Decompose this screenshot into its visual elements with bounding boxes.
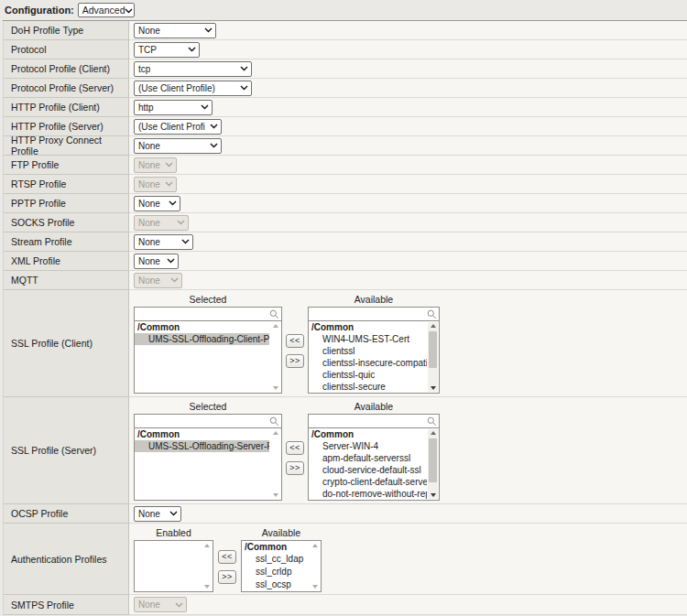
row-label: Stream Profile (3, 232, 129, 252)
scroll-up-icon[interactable] (431, 324, 436, 328)
list-item[interactable]: clientssl-secure (309, 381, 427, 393)
move-left-button[interactable]: << (218, 550, 236, 564)
stream-profile-select[interactable]: None (134, 234, 193, 250)
list-item[interactable]: clientssl (309, 345, 427, 357)
field-cell: tcp (129, 59, 687, 79)
row-label: Protocol Profile (Client) (3, 59, 129, 79)
list-item[interactable]: apm-default-serverssl (309, 452, 427, 464)
row-ftp-profile: FTP Profile None (3, 156, 687, 175)
mqtt-select: None (134, 273, 182, 288)
field-cell: None (129, 252, 687, 271)
row-protocol-profile-client: Protocol Profile (Client) tcp (3, 59, 687, 79)
protocol-select[interactable]: TCP (134, 42, 200, 58)
row-http-proxy-connect-profile: HTTP Proxy Connect Profile None (3, 136, 687, 156)
select-value: TCP (138, 45, 157, 55)
chevron-down-icon (125, 5, 133, 16)
http-profile-client-select[interactable]: http (134, 100, 213, 115)
list-item[interactable]: crypto-server-default-clientssl (309, 393, 427, 394)
list-item[interactable]: do-not-remove-without-replacement (309, 488, 427, 500)
list-item[interactable]: clientssl-insecure-compatible (309, 357, 427, 369)
list-item[interactable]: clientssl-quic (309, 369, 427, 381)
scroll-up-icon[interactable] (312, 544, 318, 547)
scrollbar[interactable] (270, 429, 280, 499)
available-header: Available (308, 401, 440, 414)
ssl-server-available-search-input[interactable] (309, 416, 427, 427)
profiles-settings-table: DoH Profile Type None Protocol TCP Proto… (3, 20, 687, 615)
list-item[interactable]: Server-WIN-4 (309, 440, 427, 452)
scrollbar[interactable] (428, 429, 438, 499)
ssl-client-selected-list: /Common UMS-SSL-Offloading-Client-Profil… (134, 320, 282, 394)
chevron-down-icon (165, 181, 173, 187)
chevron-down-icon (175, 602, 183, 608)
rtsp-profile-select: None (134, 177, 177, 192)
select-value: None (138, 141, 160, 151)
scrollbar-thumb[interactable] (429, 331, 437, 368)
scroll-up-icon[interactable] (204, 544, 210, 547)
row-label: Protocol Profile (Server) (3, 79, 129, 98)
list-item[interactable]: cloud-service-default-ssl (309, 464, 427, 476)
http-proxy-connect-profile-select[interactable]: None (134, 138, 222, 154)
scrollbar-thumb[interactable] (429, 438, 437, 482)
select-value: None (138, 199, 160, 209)
ssl-server-picker: Selected /Common UMS-SSL-Offloading-Serv… (134, 397, 440, 501)
list-item[interactable]: WIN4-UMS-EST-Cert (309, 333, 427, 345)
available-header: Available (241, 527, 322, 540)
move-left-button[interactable]: << (286, 334, 304, 348)
list-item[interactable]: ssl_crldp (242, 566, 309, 578)
protocol-profile-client-select[interactable]: tcp (134, 61, 252, 77)
http-profile-server-select[interactable]: (Use Client Profile) (134, 119, 222, 135)
list-item[interactable]: f5aas-default-ssl (309, 500, 427, 501)
scroll-up-icon[interactable] (273, 431, 278, 435)
list-item[interactable]: UMS-SSL-Offloading-Server-Profile (135, 440, 269, 452)
move-left-button[interactable]: << (286, 441, 304, 455)
ssl-client-selected-search-input[interactable] (135, 309, 269, 319)
move-right-button[interactable]: >> (286, 354, 304, 368)
select-value: None (138, 160, 160, 170)
scroll-down-icon[interactable] (273, 493, 278, 497)
field-cell: None (129, 504, 687, 524)
row-label: SSL Profile (Client) (3, 290, 129, 397)
scroll-down-icon[interactable] (312, 585, 318, 589)
selected-header: Selected (134, 401, 282, 414)
scroll-down-icon[interactable] (431, 386, 436, 390)
field-cell: None (129, 175, 687, 194)
scrollbar[interactable] (202, 542, 212, 590)
scrollbar[interactable] (428, 322, 438, 392)
doh-profile-type-select[interactable]: None (134, 23, 216, 38)
scrollbar[interactable] (270, 322, 280, 392)
search-icon (427, 309, 437, 319)
field-cell: Selected /Common UMS-SSL-Offloading-Clie… (129, 290, 687, 397)
row-label: FTP Profile (3, 156, 129, 175)
row-ocsp-profile: OCSP Profile None (3, 504, 687, 524)
select-value: tcp (138, 64, 150, 74)
ssl-client-available-search-input[interactable] (309, 309, 427, 319)
select-value: None (138, 26, 160, 36)
scrollbar[interactable] (310, 542, 320, 590)
scroll-down-icon[interactable] (204, 585, 210, 589)
list-item[interactable]: ssl_cc_ldap (242, 553, 309, 566)
move-right-button[interactable]: >> (286, 461, 304, 475)
scroll-down-icon[interactable] (273, 386, 278, 390)
chevron-down-icon (167, 258, 175, 264)
row-label: Authentication Profiles (3, 524, 129, 595)
scroll-down-icon[interactable] (431, 493, 436, 497)
configuration-select[interactable]: Advanced (78, 3, 135, 17)
ocsp-profile-select[interactable]: None (134, 506, 181, 522)
row-protocol-profile-server: Protocol Profile (Server) (Use Client Pr… (3, 79, 687, 98)
row-xml-profile: XML Profile None (3, 252, 687, 271)
scroll-up-icon[interactable] (431, 431, 436, 435)
list-item[interactable]: UMS-SSL-Offloading-Client-Profile (135, 333, 269, 345)
field-cell: TCP (129, 40, 687, 59)
scroll-up-icon[interactable] (273, 324, 278, 328)
list-item[interactable]: crypto-client-default-serverssl (309, 476, 427, 488)
list-item[interactable]: ssl_ocsp (242, 578, 309, 591)
chevron-down-icon (169, 511, 178, 516)
pptp-profile-select[interactable]: None (134, 196, 180, 211)
move-right-button[interactable]: >> (218, 570, 236, 584)
row-label: PPTP Profile (3, 194, 129, 213)
ssl-server-selected-search-input[interactable] (135, 416, 269, 427)
xml-profile-select[interactable]: None (134, 254, 179, 269)
field-cell: None (129, 136, 687, 156)
row-label: HTTP Profile (Server) (3, 117, 129, 136)
protocol-profile-server-select[interactable]: (Use Client Profile) (134, 81, 252, 96)
